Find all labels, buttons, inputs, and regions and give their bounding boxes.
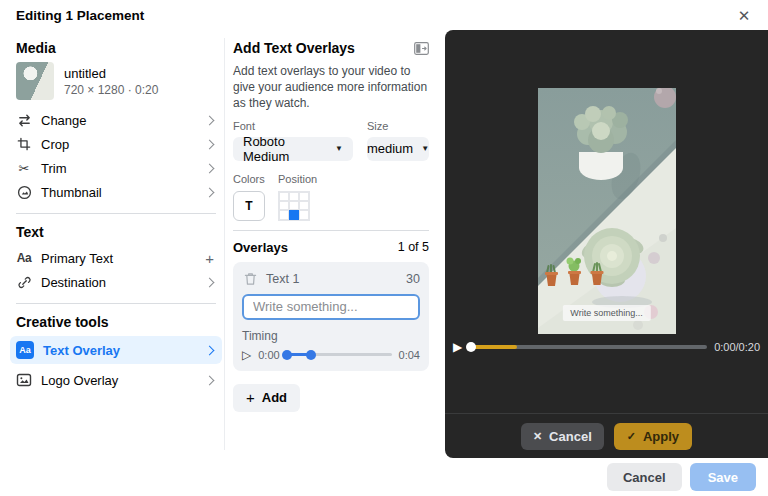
link-icon bbox=[16, 274, 32, 290]
colors-label: Colors bbox=[233, 173, 265, 185]
font-label: Font bbox=[233, 120, 353, 132]
timing-slider[interactable] bbox=[287, 353, 392, 356]
collapse-panel-icon[interactable] bbox=[414, 42, 429, 55]
divider bbox=[16, 303, 216, 304]
playhead-handle[interactable] bbox=[466, 342, 476, 352]
sidebar-item-label: Trim bbox=[41, 161, 197, 176]
overlay-card: Text 1 30 Timing ▷ 0:00 0:04 bbox=[233, 262, 429, 371]
chevron-right-icon bbox=[205, 187, 215, 197]
overlay-name: Text 1 bbox=[266, 272, 398, 286]
text-color-swatch[interactable]: T bbox=[233, 191, 265, 221]
sidebar-item-label: Crop bbox=[41, 137, 197, 152]
sidebar-item-thumbnail[interactable]: Thumbnail bbox=[16, 180, 216, 204]
video-progress-bar[interactable] bbox=[469, 345, 707, 349]
panel-title: Add Text Overlays bbox=[233, 40, 355, 56]
media-file-name: untitled bbox=[64, 66, 158, 81]
sidebar-item-label: Text Overlay bbox=[43, 343, 197, 358]
size-value: medium bbox=[367, 141, 413, 156]
dialog-footer: Cancel Save bbox=[0, 458, 768, 496]
timing-start: 0:00 bbox=[258, 349, 279, 361]
trash-icon[interactable] bbox=[242, 271, 258, 287]
media-file-meta: 720 × 1280 · 0:20 bbox=[64, 83, 158, 97]
sidebar-item-label: Primary Text bbox=[41, 251, 196, 266]
close-icon[interactable]: ✕ bbox=[732, 4, 756, 28]
logo-image-icon bbox=[16, 372, 32, 388]
image-circle-icon bbox=[16, 184, 32, 200]
preview-apply-button[interactable]: ✓ Apply bbox=[614, 423, 692, 450]
add-overlay-button[interactable]: + Add bbox=[233, 384, 300, 412]
sidebar-item-label: Change bbox=[41, 113, 197, 128]
preview-cancel-button[interactable]: ✕ Cancel bbox=[521, 423, 604, 450]
chevron-right-icon bbox=[205, 277, 215, 287]
size-label: Size bbox=[367, 120, 429, 132]
timing-end: 0:04 bbox=[399, 349, 420, 361]
play-icon[interactable]: ▶ bbox=[453, 341, 462, 353]
chevron-down-icon: ▼ bbox=[421, 144, 429, 153]
sidebar-item-primary-text[interactable]: Aa Primary Text + bbox=[16, 246, 216, 270]
plus-icon: + bbox=[246, 389, 255, 406]
sidebar-item-label: Logo Overlay bbox=[41, 373, 197, 388]
position-bottom-center-cell bbox=[289, 210, 299, 219]
sidebar: Media untitled 720 × 1280 · 0:20 Change bbox=[16, 30, 216, 396]
text-aa-icon: Aa bbox=[16, 250, 32, 266]
save-button[interactable]: Save bbox=[690, 463, 756, 491]
text-overlay-icon: Aa bbox=[16, 341, 34, 359]
timing-label: Timing bbox=[242, 329, 420, 343]
sidebar-item-text-overlay[interactable]: Aa Text Overlay bbox=[10, 336, 222, 364]
font-dropdown[interactable]: Roboto Medium ▼ bbox=[233, 137, 353, 161]
overlays-heading: Overlays bbox=[233, 240, 288, 255]
sidebar-item-crop[interactable]: Crop bbox=[16, 132, 216, 156]
sidebar-item-change[interactable]: Change bbox=[16, 108, 216, 132]
divider bbox=[224, 38, 225, 450]
video-still bbox=[538, 88, 676, 334]
overlays-count: 1 of 5 bbox=[398, 240, 429, 254]
media-file-row[interactable]: untitled 720 × 1280 · 0:20 bbox=[16, 62, 216, 100]
sidebar-item-trim[interactable]: ✂ Trim bbox=[16, 156, 216, 180]
creative-tools-heading: Creative tools bbox=[16, 314, 216, 330]
play-outline-icon[interactable]: ▷ bbox=[242, 348, 251, 362]
check-icon: ✓ bbox=[627, 430, 636, 443]
swap-arrows-icon bbox=[16, 112, 32, 128]
overlay-text-input[interactable] bbox=[242, 294, 420, 320]
crop-icon bbox=[16, 136, 32, 152]
cancel-button[interactable]: Cancel bbox=[607, 463, 682, 491]
overlay-timing-segment bbox=[469, 345, 517, 349]
divider bbox=[16, 213, 216, 214]
time-display: 0:00/0:20 bbox=[714, 341, 760, 353]
position-label: Position bbox=[278, 173, 317, 185]
close-icon: ✕ bbox=[533, 430, 542, 443]
media-heading: Media bbox=[16, 40, 216, 56]
chevron-right-icon bbox=[205, 375, 215, 385]
add-label: Add bbox=[262, 390, 287, 405]
apply-label: Apply bbox=[643, 429, 679, 444]
size-dropdown[interactable]: medium ▼ bbox=[367, 137, 429, 161]
sidebar-item-label: Thumbnail bbox=[41, 185, 197, 200]
chevron-right-icon bbox=[205, 345, 215, 355]
media-thumbnail bbox=[16, 62, 54, 100]
sidebar-item-logo-overlay[interactable]: Logo Overlay bbox=[10, 366, 222, 394]
scissors-icon: ✂ bbox=[16, 160, 32, 176]
cancel-label: Cancel bbox=[549, 429, 592, 444]
timing-handle-end[interactable] bbox=[306, 350, 316, 360]
chevron-down-icon: ▼ bbox=[335, 144, 343, 153]
edit-placement-dialog: Editing 1 Placement ✕ Media untitled 720… bbox=[0, 0, 768, 496]
chevron-right-icon bbox=[205, 163, 215, 173]
divider bbox=[233, 230, 429, 231]
font-value: Roboto Medium bbox=[243, 134, 327, 164]
video-preview-panel: Write something... ▶ 0:00/0:20 ✕ Cancel … bbox=[445, 30, 768, 458]
text-overlays-panel: Add Text Overlays Add text overlays to y… bbox=[233, 30, 429, 412]
char-count: 30 bbox=[406, 272, 420, 286]
plus-icon[interactable]: + bbox=[205, 250, 214, 267]
sidebar-item-label: Destination bbox=[41, 275, 197, 290]
video-text-overlay[interactable]: Write something... bbox=[562, 305, 650, 321]
text-heading: Text bbox=[16, 224, 216, 240]
video-frame[interactable]: Write something... bbox=[538, 88, 676, 334]
chevron-right-icon bbox=[205, 115, 215, 125]
page-title: Editing 1 Placement bbox=[16, 8, 144, 23]
timing-handle-start[interactable] bbox=[282, 350, 292, 360]
position-grid[interactable] bbox=[278, 191, 310, 221]
panel-description: Add text overlays to your video to give … bbox=[233, 63, 429, 112]
chevron-right-icon bbox=[205, 139, 215, 149]
sidebar-item-destination[interactable]: Destination bbox=[16, 270, 216, 294]
